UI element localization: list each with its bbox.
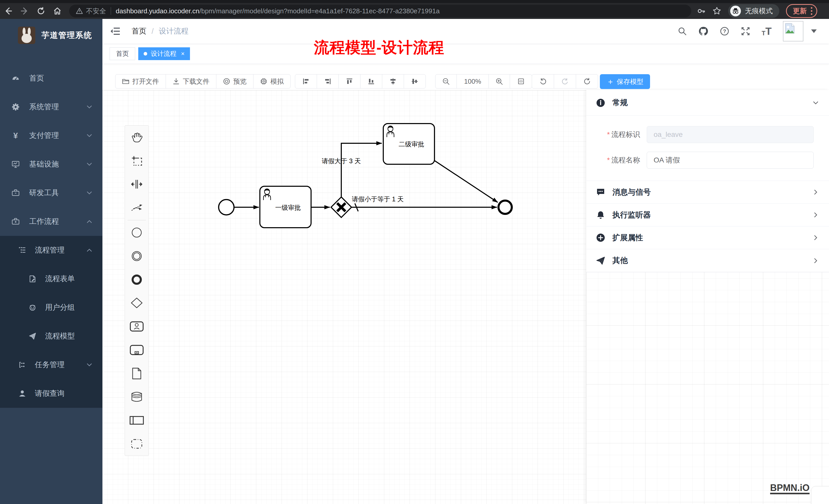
process-key-input[interactable]: [647, 126, 814, 143]
app-header: 首页 / 设计流程 ? TT: [102, 19, 829, 43]
search-icon[interactable]: [678, 27, 687, 36]
create-data-store-icon[interactable]: [125, 385, 148, 409]
sidebar-item-task-mgmt[interactable]: 任务管理: [0, 350, 102, 379]
button-label: 预览: [233, 77, 247, 86]
corner-widget: [811, 486, 829, 504]
process-name-input[interactable]: [647, 152, 814, 168]
global-connect-icon[interactable]: [125, 196, 148, 220]
sidebar-item-label: 系统管理: [29, 102, 59, 112]
breadcrumb-home[interactable]: 首页: [132, 26, 146, 36]
align-top-icon[interactable]: [338, 74, 360, 88]
align-center-vertical-icon[interactable]: [404, 74, 426, 88]
sidebar-item-payment[interactable]: ¥ 支付管理: [0, 121, 102, 150]
zoom-reset-button[interactable]: [510, 74, 532, 88]
reload-icon[interactable]: [33, 5, 49, 17]
tab-home[interactable]: 首页: [110, 47, 135, 60]
forward-icon[interactable]: [16, 5, 33, 17]
create-intermediate-event-icon[interactable]: [125, 244, 148, 268]
tags-view-bar: 首页 设计流程 ×: [102, 43, 829, 64]
section-messages-signals[interactable]: 消息与信号: [586, 181, 829, 204]
section-execution-listeners[interactable]: 执行监听器: [586, 204, 829, 226]
breadcrumb: 首页 / 设计流程: [132, 26, 188, 36]
sidebar-item-devtools[interactable]: 研发工具: [0, 179, 102, 207]
sidebar-item-process-model[interactable]: 流程模型: [0, 322, 102, 350]
refresh-icon: [583, 78, 591, 85]
align-center-horizontal-icon[interactable]: [382, 74, 404, 88]
tab-label: 首页: [116, 49, 129, 58]
font-size-icon[interactable]: TT: [762, 26, 772, 36]
section-title: 消息与信号: [612, 187, 651, 197]
create-user-task-icon[interactable]: [125, 315, 148, 338]
restart-button[interactable]: [576, 74, 598, 88]
bpmn-palette: [125, 125, 149, 456]
download-file-button[interactable]: 下载文件: [166, 74, 216, 88]
tab-design-process[interactable]: 设计流程 ×: [138, 47, 190, 60]
align-right-icon[interactable]: [317, 74, 339, 88]
info-icon: [596, 98, 605, 108]
create-participant-icon[interactable]: [125, 409, 148, 432]
sidebar-item-home[interactable]: 首页: [0, 64, 102, 92]
back-icon[interactable]: [0, 5, 16, 17]
bookmark-star-icon[interactable]: [712, 6, 721, 15]
fullscreen-icon[interactable]: [741, 26, 750, 36]
chevron-down-icon: [86, 161, 93, 167]
not-secure-icon: [76, 7, 83, 14]
bpmn-io-logo[interactable]: BPMN.iO: [770, 483, 809, 494]
home-icon[interactable]: [49, 5, 66, 17]
undo-button[interactable]: [532, 74, 554, 88]
zoom-value: 100%: [464, 78, 481, 85]
section-extended-properties[interactable]: 扩展属性: [586, 226, 829, 249]
save-model-button[interactable]: ＋ 保存模型: [600, 74, 650, 89]
process-key-row: *流程标识: [586, 122, 829, 147]
sidebar-fold-icon[interactable]: [110, 27, 120, 36]
space-tool-icon[interactable]: [125, 173, 148, 196]
redo-button[interactable]: [554, 74, 576, 88]
preview-button[interactable]: 预览: [216, 74, 253, 88]
simulate-button[interactable]: 模拟: [253, 74, 291, 88]
zoom-in-button[interactable]: [489, 74, 510, 88]
create-data-object-icon[interactable]: [125, 362, 148, 385]
tree-list-icon: [19, 246, 26, 254]
chevron-up-icon: [86, 218, 93, 225]
sidebar-item-process-mgmt[interactable]: 流程管理: [0, 236, 102, 265]
password-key-icon[interactable]: [697, 7, 706, 15]
section-general[interactable]: 常规: [586, 90, 829, 116]
github-icon[interactable]: [698, 26, 709, 36]
sidebar-item-label: 首页: [29, 73, 44, 83]
user-icon: [19, 390, 26, 397]
align-left-icon[interactable]: [295, 74, 317, 88]
lasso-tool-icon[interactable]: [125, 149, 148, 173]
update-button[interactable]: 更新: [786, 4, 817, 18]
create-subprocess-icon[interactable]: [125, 338, 148, 362]
create-start-event-icon[interactable]: [125, 221, 148, 244]
create-group-icon[interactable]: [125, 432, 148, 456]
caret-down-icon[interactable]: [811, 30, 817, 33]
open-file-button[interactable]: 打开文件: [115, 74, 166, 88]
create-gateway-icon[interactable]: [125, 291, 148, 315]
sidebar-item-process-form[interactable]: 流程表单: [0, 265, 102, 293]
zoom-out-button[interactable]: [435, 74, 457, 88]
close-icon[interactable]: ×: [181, 51, 185, 57]
url-path: /bpm/manager/model/design?modelId=e4a1a1…: [200, 7, 440, 15]
avatar[interactable]: [783, 21, 803, 41]
section-other[interactable]: 其他: [586, 249, 829, 272]
sidebar-item-workflow[interactable]: 工作流程: [0, 207, 102, 236]
browser-menu-icon[interactable]: [811, 7, 813, 15]
sidebar-item-leave-query[interactable]: 请假查询: [0, 379, 102, 408]
align-button-group: [295, 74, 426, 88]
chevron-down-icon: [86, 190, 93, 196]
section-title: 执行监听器: [612, 210, 651, 220]
general-form: *流程标识 *流程名称: [586, 116, 829, 181]
sidebar-item-label: 基础设施: [29, 159, 59, 169]
sidebar-item-infra[interactable]: 基础设施: [0, 150, 102, 179]
sidebar-item-system[interactable]: 系统管理: [0, 92, 102, 121]
align-bottom-icon[interactable]: [360, 74, 382, 88]
sidebar-item-user-groups[interactable]: 用户分组: [0, 293, 102, 322]
hand-tool-icon[interactable]: [125, 126, 148, 149]
sidebar-item-label: 支付管理: [29, 130, 59, 141]
create-end-event-icon[interactable]: [125, 268, 148, 292]
url-bar[interactable]: 不安全 dashboard.yudao.iocoder.cn/bpm/manag…: [69, 5, 691, 17]
url-divider: [111, 7, 111, 15]
process-name-label: 流程名称: [611, 156, 640, 164]
help-icon[interactable]: ?: [720, 26, 729, 36]
